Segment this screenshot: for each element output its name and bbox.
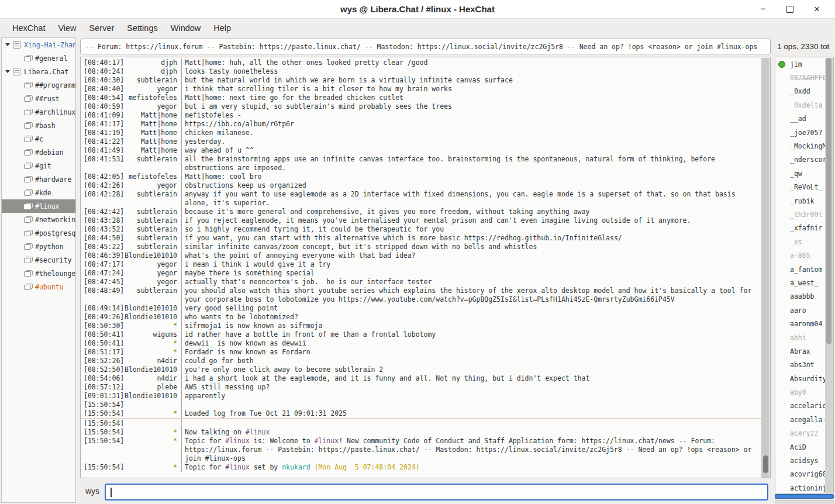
message-row: [08:42:28]subtlerainanyway if you want t… (81, 190, 761, 208)
message-segment: so i highly recommend tyring it, it coul… (185, 225, 444, 233)
window-title: wys @ Libera.Chat / #linux - HexChat (340, 4, 495, 14)
user-name: _MockingM (790, 142, 826, 150)
timestamp: [15:50:54] (81, 401, 121, 409)
userlist-scrollbar[interactable] (825, 58, 833, 493)
message-text: because it's more general and comprehens… (181, 208, 761, 216)
message-row: [08:50:30]*sifrmoja1 is now known as sif… (81, 322, 761, 330)
channel-row-ubuntu[interactable]: #ubuntu (2, 280, 75, 294)
timestamp: [08:40:30] (81, 76, 121, 85)
expander-icon[interactable] (5, 70, 10, 73)
channel-icon (24, 176, 32, 182)
close-icon[interactable]: × (803, 0, 830, 19)
chat-scrollbar[interactable] (761, 58, 770, 478)
message-input[interactable] (105, 484, 768, 500)
channel-row-linux[interactable]: #linux (2, 199, 75, 213)
channel-row-git[interactable]: #git (2, 159, 75, 172)
message-row: [08:40:17]djphMatt|home: huh, all the ot… (81, 58, 761, 67)
timestamp: [09:01:31] (81, 392, 121, 401)
timestamp: [08:42:26] (81, 181, 121, 190)
channel-row-bash[interactable]: #bash (2, 119, 75, 132)
channel-icon (24, 95, 32, 102)
timestamp: [08:40:17] (81, 58, 121, 67)
minimize-icon[interactable]: − (750, 0, 777, 19)
channel-row-archlinux[interactable]: #archlinux (2, 105, 75, 119)
message-text: similar infinite canvas/zoom concept, bu… (181, 243, 761, 251)
channel-row-postgresql[interactable]: #postgresql (2, 226, 75, 240)
timestamp: [08:52:50] (81, 365, 121, 374)
menu-item-settings[interactable]: Settings (120, 21, 164, 35)
tree-label: #ubuntu (35, 283, 63, 291)
channel-row-hardware[interactable]: #hardware (2, 172, 75, 186)
message-segment: Now talking on (185, 428, 246, 436)
user-name: abs3nt (790, 361, 815, 369)
channel-row-networking[interactable]: #networking (2, 213, 75, 226)
menu-item-help[interactable]: Help (207, 21, 237, 35)
op-icon (778, 61, 785, 68)
timestamp: [08:50:41] (81, 339, 121, 348)
message-text: if you want, you can start with this alt… (181, 234, 761, 243)
channel-row-python[interactable]: #python (2, 240, 75, 253)
channel-icon (24, 136, 32, 142)
message-text: i had a short look at the eaglemode, and… (181, 374, 761, 383)
message-nick: subtlerain (121, 225, 177, 234)
server-icon (13, 41, 20, 49)
channel-row-kde[interactable]: #kde (2, 186, 75, 199)
message-nick: djph (121, 58, 177, 67)
menu-item-view[interactable]: View (51, 21, 82, 35)
message-row: [08:40:24]djphlooks tasty nonetheless (81, 67, 761, 76)
message-segment: obstructions keep us organized (185, 181, 306, 189)
userlist-scrollbar-thumb[interactable] (826, 58, 831, 344)
user-name: _rubik (790, 197, 815, 205)
menu-item-window[interactable]: Window (164, 21, 208, 35)
message-row: [08:47:17]yegori mean i think i would gi… (81, 260, 761, 269)
timestamp: [15:50:54] (81, 409, 121, 418)
tree-label: #postgresql (35, 229, 75, 237)
channel-icon (24, 284, 32, 290)
server-row-xing-hai-zhan[interactable]: Xing-Hai-Zhan (2, 38, 75, 51)
message-nick: yegor (121, 278, 177, 286)
message-segment-chan: #linux (225, 437, 250, 445)
message-text (181, 401, 761, 409)
message-row: [08:57:12]plebeAWS still messing up? (81, 383, 761, 392)
window-titlebar: wys @ Libera.Chat / #linux - HexChat − × (0, 0, 835, 19)
user-name: a_fantom (790, 265, 822, 274)
message-row: [08:49:26]Blondie101010who wants to be l… (81, 313, 761, 322)
message-text (181, 419, 761, 428)
message-text: what's the point of annoying everyone wi… (181, 251, 761, 260)
user-name: actioninj (790, 484, 826, 492)
message-text: maybe there is something special (181, 269, 761, 278)
channel-row-security[interactable]: #security (2, 253, 75, 267)
timestamp: [08:42:05] (81, 172, 121, 181)
topic-bar[interactable]: -- Forum: https://linux.forum -- Pastebi… (80, 39, 771, 54)
channel-icon (24, 230, 32, 236)
user-name: acovrig60 (790, 470, 826, 478)
channel-row-programming[interactable]: ##programming (2, 78, 75, 92)
message-row: [08:50:41]*dewwii_ is now known as dewwi… (81, 339, 761, 348)
chat-scrollbar-thumb[interactable] (763, 455, 768, 473)
timestamp: [08:50:41] (81, 330, 121, 339)
expander-icon[interactable] (5, 43, 10, 46)
channel-row-rust[interactable]: ##rust (2, 92, 75, 105)
user-name: _0xdd (790, 87, 810, 95)
message-text: Now talking on #linux (181, 428, 761, 437)
message-text: you're only one click away to become sub… (181, 365, 761, 374)
user-name: Abrax (790, 347, 810, 355)
channel-row-thelounge[interactable]: #thelounge (2, 267, 75, 280)
message-nick (121, 419, 177, 428)
maximize-icon[interactable] (777, 0, 803, 19)
user-name: _nderscor (790, 156, 826, 164)
menu-item-server[interactable]: Server (83, 21, 121, 35)
message-nick: Matt|home (121, 120, 177, 129)
channel-icon (24, 257, 32, 263)
message-text: Topic for #linux set by nkukard (Mon Aug… (181, 463, 761, 472)
user-name: _0xdelta (790, 101, 822, 109)
menu-item-hexchat[interactable]: HexChat (6, 21, 51, 35)
channel-row-general[interactable]: #general (2, 51, 75, 65)
server-row-libera-chat[interactable]: Libera.Chat (2, 65, 75, 78)
message-segment (310, 463, 315, 471)
channel-row-debian[interactable]: #debian (2, 146, 75, 159)
timestamp: [08:40:59] (81, 102, 121, 111)
timestamp: [08:41:19] (81, 129, 121, 137)
user-name: jim (790, 60, 802, 68)
channel-row-c[interactable]: #c (2, 132, 75, 146)
